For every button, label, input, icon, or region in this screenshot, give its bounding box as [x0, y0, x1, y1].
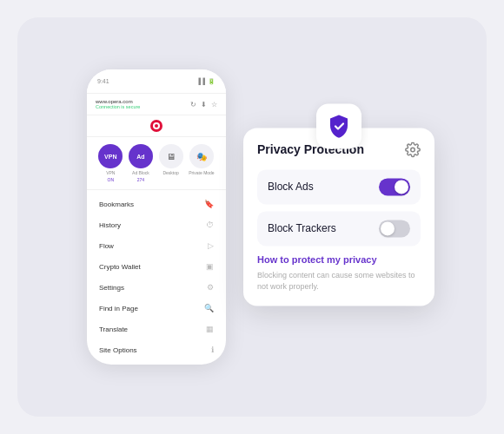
history-icon: ⏱ [206, 220, 214, 229]
menu-list: Bookmarks 🔖 History ⏱ Flow ▷ Crypto Wall… [87, 190, 226, 365]
shield-icon [325, 112, 353, 140]
find-label: Find in Page [99, 305, 138, 312]
menu-item-settings[interactable]: Settings ⚙ [87, 277, 226, 298]
svg-point-0 [411, 148, 415, 152]
quick-action-vpn[interactable]: VPN VPN ON [98, 144, 123, 182]
block-ads-label: Block Ads [268, 181, 314, 193]
find-icon: 🔍 [204, 304, 214, 312]
panel-note: Blocking content can cause some websites… [257, 270, 421, 292]
crypto-label: Crypto Wallet [99, 263, 141, 271]
site-options-label: Site Options [99, 346, 137, 354]
block-trackers-knob [381, 221, 395, 235]
translate-icon: ▦ [206, 325, 214, 333]
bookmarks-label: Bookmarks [99, 201, 134, 208]
crypto-icon: ▣ [206, 262, 214, 271]
quick-actions-bar: VPN VPN ON Ad Ad Block 274 🖥 Desktop [87, 137, 226, 190]
menu-item-flow[interactable]: Flow ▷ [87, 235, 226, 256]
menu-item-bookmarks[interactable]: Bookmarks 🔖 [87, 194, 226, 214]
quick-action-private[interactable]: 🎭 Private Mode [189, 144, 214, 182]
phone-mockup: 9:41 ▐▐ 🔋 www.opera.com Connection is se… [87, 69, 226, 365]
vpn-label: VPN [106, 170, 115, 175]
adblock-icon: Ad [129, 144, 153, 168]
phone-time: 9:41 [97, 78, 109, 84]
menu-item-find[interactable]: Find in Page 🔍 [87, 298, 226, 319]
scene: 9:41 ▐▐ 🔋 www.opera.com Connection is se… [17, 17, 487, 417]
signal-icon: ▐▐ [196, 78, 205, 84]
address-bar[interactable]: www.opera.com Connection is secure ↻ ⬇ ☆ [87, 94, 226, 115]
block-trackers-row[interactable]: Block Trackers [257, 211, 421, 246]
site-options-icon: ℹ [211, 345, 214, 354]
refresh-icon[interactable]: ↻ [190, 101, 196, 108]
battery-icon: 🔋 [208, 78, 216, 85]
block-trackers-label: Block Trackers [268, 222, 336, 234]
phone-status-bar: 9:41 ▐▐ 🔋 [87, 69, 226, 94]
block-ads-knob [395, 180, 408, 194]
menu-item-site-options[interactable]: Site Options ℹ [87, 339, 226, 360]
gear-settings-icon[interactable] [405, 141, 421, 157]
vpn-sublabel: ON [108, 177, 115, 182]
adblock-count: 274 [137, 177, 144, 182]
secure-text: Connection is secure [96, 104, 140, 109]
privacy-panel: Privacy Protection Block Ads Block Track… [243, 128, 434, 306]
quick-action-desktop[interactable]: 🖥 Desktop [159, 144, 183, 182]
how-to-link[interactable]: How to protect my privacy [257, 254, 421, 265]
vpn-icon: VPN [98, 144, 123, 168]
private-icon: 🎭 [189, 144, 214, 168]
bookmark-icon[interactable]: ☆ [211, 101, 217, 108]
flow-icon: ▷ [208, 241, 214, 250]
flow-label: Flow [99, 242, 114, 250]
opera-logo [150, 120, 162, 132]
menu-item-history[interactable]: History ⏱ [87, 214, 226, 235]
menu-item-crypto[interactable]: Crypto Wallet ▣ [87, 256, 226, 277]
menu-item-translate[interactable]: Translate ▦ [87, 319, 226, 339]
bookmarks-icon: 🔖 [204, 200, 214, 208]
opera-toolbar [87, 115, 226, 137]
download-icon[interactable]: ⬇ [201, 101, 207, 108]
quick-action-adblock[interactable]: Ad Ad Block 274 [129, 144, 153, 182]
adblock-label: Ad Block [132, 170, 149, 175]
settings-label: Settings [99, 284, 124, 292]
translate-label: Translate [99, 326, 128, 333]
shield-icon-wrapper [316, 103, 361, 148]
settings-icon: ⚙ [207, 283, 214, 292]
private-label: Private Mode [189, 170, 214, 175]
block-ads-toggle[interactable] [379, 178, 410, 195]
desktop-icon: 🖥 [159, 144, 183, 168]
block-ads-row[interactable]: Block Ads [257, 169, 421, 204]
desktop-label: Desktop [162, 170, 178, 175]
history-label: History [99, 221, 121, 229]
block-trackers-toggle[interactable] [379, 220, 410, 237]
